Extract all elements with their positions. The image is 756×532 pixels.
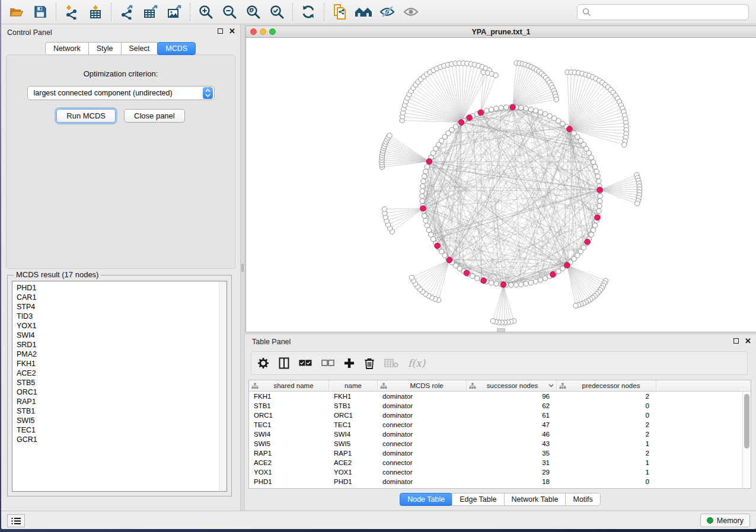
tab-network[interactable]: Network (45, 42, 89, 55)
first-neighbors-button[interactable] (352, 1, 375, 23)
export-table-button[interactable] (139, 1, 162, 23)
float-panel-icon[interactable] (218, 28, 223, 34)
mcds-result-item[interactable]: RAP1 (17, 397, 227, 406)
main-area: Control Panel ✕ NetworkStyleSelectMCDS O… (1, 24, 756, 511)
mcds-result-item[interactable]: STP4 (17, 302, 227, 312)
table-row[interactable]: STB1STB1dominator620 (249, 401, 751, 411)
table-tab-edge-table[interactable]: Edge Table (452, 493, 504, 506)
column-header-MCDS-role[interactable]: MCDS role (378, 380, 467, 391)
mcds-result-item[interactable]: PHD1 (17, 283, 227, 293)
mcds-result-item[interactable]: GCR1 (17, 435, 227, 444)
mcds-result-item[interactable]: SWI5 (17, 416, 227, 425)
mcds-result-item[interactable]: TEC1 (17, 425, 227, 435)
refresh-button[interactable] (296, 1, 320, 23)
add-column-button[interactable] (344, 358, 355, 368)
save-session-button[interactable] (28, 1, 52, 23)
table-tab-node-table[interactable]: Node Table (400, 493, 452, 506)
delete-columns-button[interactable] (364, 357, 375, 369)
float-table-panel-icon[interactable] (733, 338, 739, 344)
mcds-result-item[interactable]: ACE2 (17, 368, 227, 378)
table-tab-motifs[interactable]: Motifs (565, 493, 600, 506)
column-header-predecessor-nodes[interactable]: predecessor nodes (557, 380, 656, 391)
search-field[interactable] (577, 4, 749, 20)
tab-style[interactable]: Style (88, 42, 122, 55)
mcds-result-item[interactable]: SRD1 (17, 340, 227, 350)
hide-details-button[interactable] (375, 1, 399, 23)
search-input[interactable] (595, 8, 744, 17)
import-network-button[interactable] (60, 1, 84, 23)
export-network-button[interactable] (115, 1, 139, 23)
import-table-button[interactable] (84, 1, 107, 23)
zoom-out-button[interactable] (218, 1, 241, 23)
close-window-button[interactable] (250, 28, 257, 35)
column-header-successor-nodes[interactable]: successor nodes (467, 380, 557, 391)
criterion-dropdown[interactable]: largest connected component (undirected) (27, 86, 215, 100)
table-panel-title: Table Panel (252, 338, 291, 346)
mcds-result-item[interactable]: TID3 (17, 312, 227, 321)
hierarchy-icon (380, 383, 387, 389)
canvas-grip[interactable] (497, 328, 505, 332)
cell-name: PHD1 (329, 478, 378, 485)
table-settings-button[interactable] (257, 357, 269, 369)
show-details-button[interactable] (399, 1, 423, 23)
cell-successor_nodes: 46 (467, 431, 557, 438)
table-row[interactable]: ORC1ORC1dominator610 (249, 411, 751, 420)
table-row[interactable]: PHD1PHD1dominator180 (249, 477, 751, 486)
mcds-result-scrollbar[interactable] (219, 281, 227, 491)
close-panel-button[interactable]: Close panel (124, 109, 185, 123)
mcds-result-list[interactable]: PHD1CAR1STP4TID3YOX1SWI4SRD1PMA2FKH1ACE2… (12, 281, 227, 492)
zoom-window-button[interactable] (269, 28, 276, 35)
network-canvas[interactable] (246, 38, 756, 332)
network-title: YPA_prune.txt_1 (246, 26, 756, 38)
column-header-name[interactable]: name (329, 380, 378, 391)
unselect-all-button[interactable] (321, 360, 334, 367)
function-builder-button[interactable]: f(x) (408, 357, 425, 369)
close-panel-icon[interactable]: ✕ (229, 28, 235, 34)
zoom-fit-button[interactable] (241, 1, 265, 23)
delete-table-button[interactable] (384, 358, 398, 368)
table-tab-network-table[interactable]: Network Table (504, 493, 566, 506)
open-session-button[interactable] (5, 1, 28, 23)
table-row[interactable]: ACE2ACE2connector311 (249, 458, 751, 467)
cell-mcds_role: dominator (378, 450, 467, 457)
memory-button[interactable]: Memory (700, 514, 750, 527)
table-row[interactable]: TEC1TEC1connector472 (249, 420, 751, 430)
panel-splitter[interactable] (240, 24, 245, 511)
table-row[interactable]: YOX1YOX1connector291 (249, 467, 751, 477)
mcds-result-item[interactable]: STB5 (17, 378, 227, 387)
table-row[interactable]: FKH1FKH1dominator962 (249, 392, 751, 401)
show-graphics-eye-icon (403, 5, 419, 19)
clone-network-button[interactable] (328, 1, 352, 23)
zoom-selected-button[interactable] (265, 1, 289, 23)
minimize-window-button[interactable] (260, 28, 266, 35)
mcds-result-item[interactable]: YOX1 (17, 321, 227, 331)
show-columns-button[interactable] (279, 357, 289, 369)
cell-predecessor_nodes: 2 (557, 421, 656, 428)
mcds-result-item[interactable]: FKH1 (17, 359, 227, 368)
network-titlebar[interactable]: YPA_prune.txt_1 (246, 26, 756, 38)
tab-mcds[interactable]: MCDS (157, 42, 196, 55)
select-all-button[interactable] (299, 360, 312, 367)
mcds-result-item[interactable]: CAR1 (17, 293, 227, 302)
network-graph[interactable] (246, 38, 756, 332)
status-bar: Memory (1, 511, 756, 529)
table-scrollbar[interactable] (742, 392, 751, 488)
export-image-button[interactable] (162, 1, 186, 23)
mcds-result-item[interactable]: SWI4 (17, 331, 227, 340)
table-scrollbar-thumb[interactable] (744, 394, 749, 448)
table-header-row: shared namename MCDS role successor node… (249, 380, 751, 392)
mcds-result-item[interactable]: STB1 (17, 406, 227, 416)
table-row[interactable]: SWI5SWI5connector431 (249, 439, 751, 448)
mcds-result-item[interactable]: PMA2 (17, 350, 227, 359)
table-row[interactable]: SWI4SWI4dominator462 (249, 430, 751, 439)
mcds-result-item[interactable]: ORC1 (17, 387, 227, 397)
splitter-grip[interactable] (241, 264, 244, 272)
run-mcds-button[interactable]: Run MCDS (56, 109, 116, 123)
column-header-shared-name[interactable]: shared name (249, 380, 329, 391)
show-panels-button[interactable] (7, 514, 25, 527)
tab-select[interactable]: Select (121, 42, 158, 55)
table-row[interactable]: RAP1RAP1dominator352 (249, 448, 751, 458)
node-table[interactable]: shared namename MCDS role successor node… (248, 380, 751, 489)
close-table-panel-icon[interactable]: ✕ (745, 338, 751, 344)
zoom-in-button[interactable] (194, 1, 218, 23)
